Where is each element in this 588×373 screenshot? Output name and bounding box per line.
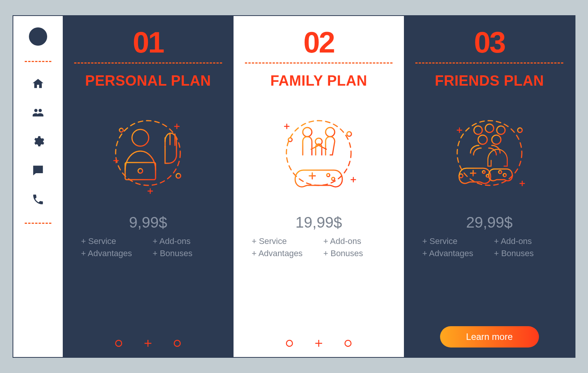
- svg-point-23: [492, 135, 501, 144]
- svg-point-6: [116, 340, 122, 346]
- svg-point-17: [345, 340, 351, 346]
- svg-point-12: [327, 174, 330, 177]
- plan-title: FRIENDS PLAN: [435, 73, 544, 89]
- svg-rect-2: [125, 163, 156, 180]
- sidebar-divider-bottom: [25, 223, 51, 224]
- svg-point-16: [286, 340, 292, 346]
- decorative-shapes: [245, 332, 393, 347]
- plan-number: 03: [474, 27, 505, 57]
- users-icon[interactable]: [32, 106, 44, 121]
- plan-number: 02: [304, 27, 334, 57]
- svg-point-28: [459, 174, 463, 178]
- divider: [74, 62, 222, 64]
- plan-title: PERSONAL PLAN: [85, 73, 211, 89]
- svg-point-7: [174, 340, 180, 346]
- svg-point-15: [347, 132, 351, 136]
- learn-more-button[interactable]: Learn more: [440, 326, 539, 347]
- svg-point-9: [303, 128, 312, 137]
- plan-card-personal: 01 PERSONAL PLAN 9,99$ + Service + Add: [63, 16, 234, 357]
- decorative-shapes: [74, 332, 222, 347]
- feature-item: + Advantages: [252, 249, 314, 258]
- plan-card-friends: 03 FRIENDS PLAN: [404, 16, 575, 357]
- divider: [245, 62, 393, 64]
- plan-card-family: 02 FAMILY PLAN 19,99$ + Service + Add-: [234, 16, 404, 357]
- sidebar-nav: [32, 77, 44, 207]
- phone-icon[interactable]: [32, 193, 44, 207]
- person-laptop-hand-icon: [74, 96, 222, 210]
- pricing-plans-frame: 01 PERSONAL PLAN 9,99$ + Service + Add: [13, 15, 575, 358]
- feature-item: + Advantages: [422, 249, 485, 258]
- divider: [415, 62, 563, 64]
- feature-item: + Bonuses: [494, 249, 556, 258]
- svg-point-10: [326, 128, 335, 137]
- svg-point-22: [478, 135, 487, 144]
- plan-features: + Service + Add-ons + Advantages + Bonus…: [415, 236, 563, 258]
- feature-item: + Bonuses: [323, 249, 386, 258]
- plan-price: 9,99$: [129, 214, 167, 231]
- plan-title: FAMILY PLAN: [270, 73, 367, 89]
- feature-item: + Bonuses: [153, 249, 215, 258]
- feature-item: + Service: [422, 236, 485, 246]
- svg-point-3: [138, 169, 143, 173]
- plan-features: + Service + Add-ons + Advantages + Bonus…: [245, 236, 393, 258]
- svg-point-1: [132, 129, 149, 146]
- feature-item: + Add-ons: [494, 236, 556, 246]
- friends-gaming-icon: [415, 96, 563, 210]
- sidebar-divider: [25, 61, 51, 62]
- svg-point-20: [485, 124, 494, 132]
- plan-number: 01: [133, 27, 164, 57]
- feature-item: + Service: [252, 236, 314, 246]
- feature-item: + Advantages: [81, 249, 143, 258]
- svg-point-27: [503, 174, 506, 177]
- family-gamepad-icon: [245, 96, 393, 210]
- feature-item: + Add-ons: [153, 236, 215, 246]
- plan-price: 29,99$: [466, 214, 513, 231]
- logo-dot-icon: [29, 27, 47, 46]
- svg-point-14: [288, 138, 292, 142]
- chat-icon[interactable]: [32, 164, 44, 179]
- plan-features: + Service + Add-ons + Advantages + Bonus…: [74, 236, 222, 258]
- svg-point-19: [474, 126, 482, 134]
- svg-point-21: [497, 126, 505, 134]
- feature-item: + Service: [81, 236, 143, 246]
- svg-point-29: [518, 128, 522, 132]
- svg-point-24: [482, 171, 485, 174]
- home-icon[interactable]: [32, 77, 44, 92]
- plan-price: 19,99$: [296, 214, 342, 231]
- svg-point-4: [119, 128, 123, 132]
- svg-point-13: [332, 177, 335, 180]
- sidebar: [13, 16, 63, 357]
- feature-item: + Add-ons: [323, 236, 386, 246]
- svg-point-26: [499, 171, 502, 174]
- gear-icon[interactable]: [32, 135, 44, 150]
- svg-point-5: [176, 174, 181, 178]
